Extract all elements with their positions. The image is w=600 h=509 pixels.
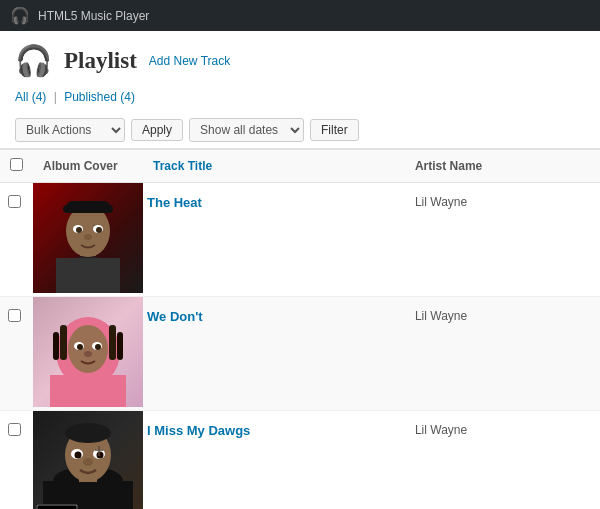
filter-links: All (4) | Published (4) (0, 86, 600, 112)
admin-top-bar: 🎧 HTML5 Music Player (0, 0, 600, 31)
add-new-track-button[interactable]: Add New Track (149, 54, 230, 68)
th-checkbox (0, 150, 33, 183)
page-header: 🎧 Playlist Add New Track (0, 31, 600, 86)
th-album-cover: Album Cover (33, 150, 143, 183)
filter-button[interactable]: Filter (310, 119, 359, 141)
row-checkbox-2[interactable] (8, 309, 21, 322)
svg-text:•: • (93, 222, 95, 228)
svg-point-37 (83, 458, 93, 466)
svg-rect-6 (66, 201, 110, 213)
th-artist-name: Artist Name (405, 150, 600, 183)
apply-button[interactable]: Apply (131, 119, 183, 141)
row-checkbox-cell (0, 183, 33, 297)
svg-rect-23 (60, 325, 67, 360)
actions-bar: Bulk Actions Apply Show all dates Filter (0, 112, 600, 149)
svg-point-9 (76, 227, 82, 233)
svg-point-21 (95, 344, 101, 350)
topbar-icon: 🎧 (10, 6, 30, 25)
row-checkbox-cell (0, 297, 33, 411)
filter-all-link[interactable]: All (4) (15, 90, 46, 104)
track-title-link-3[interactable]: I Miss My Dawgs (147, 423, 250, 438)
svg-point-11 (84, 234, 92, 240)
track-info-cell: I Miss My Dawgs (143, 411, 405, 510)
artist-name-cell-3: Lil Wayne (405, 411, 600, 510)
track-title-link-1[interactable]: The Heat (147, 195, 202, 210)
table-row: • The Heat Lil Wayne (0, 183, 600, 297)
svg-point-20 (77, 344, 83, 350)
track-title-link-2[interactable]: We Don't (147, 309, 203, 324)
svg-rect-2 (56, 258, 120, 293)
svg-point-17 (68, 325, 108, 373)
svg-point-36 (97, 452, 104, 459)
th-track-title[interactable]: Track Title (143, 150, 405, 183)
table-header-row: Album Cover Track Title Artist Name (0, 150, 600, 183)
artist-name-cell-2: Lil Wayne (405, 297, 600, 411)
filter-separator: | (54, 90, 57, 104)
filter-published-link[interactable]: Published (4) (64, 90, 135, 104)
svg-rect-24 (109, 325, 116, 360)
bulk-actions-select[interactable]: Bulk Actions (15, 118, 125, 142)
main-content: 🎧 Playlist Add New Track All (4) | Publi… (0, 31, 600, 509)
row-checkbox-1[interactable] (8, 195, 21, 208)
row-checkbox-cell (0, 411, 33, 510)
tracks-table: Album Cover Track Title Artist Name (0, 149, 600, 509)
topbar-title: HTML5 Music Player (38, 9, 149, 23)
table-row: PARENTAL ADVISORY I Miss My Dawgs Lil Wa… (0, 411, 600, 510)
svg-point-10 (96, 227, 102, 233)
date-filter-select[interactable]: Show all dates (189, 118, 304, 142)
page-icon: 🎧 (15, 43, 52, 78)
svg-point-32 (65, 423, 111, 443)
track-info-cell: The Heat (143, 183, 405, 297)
page-title: Playlist (64, 48, 137, 74)
select-all-checkbox[interactable] (10, 158, 23, 171)
svg-rect-26 (117, 332, 123, 360)
svg-rect-25 (53, 332, 59, 360)
svg-point-35 (75, 452, 82, 459)
track-info-cell: We Don't (143, 297, 405, 411)
album-cover-cell (33, 297, 143, 411)
album-cover-cell: • (33, 183, 143, 297)
album-cover-cell: PARENTAL ADVISORY (33, 411, 143, 510)
table-row: We Don't Lil Wayne (0, 297, 600, 411)
row-checkbox-3[interactable] (8, 423, 21, 436)
svg-point-22 (84, 351, 92, 357)
artist-name-cell-1: Lil Wayne (405, 183, 600, 297)
